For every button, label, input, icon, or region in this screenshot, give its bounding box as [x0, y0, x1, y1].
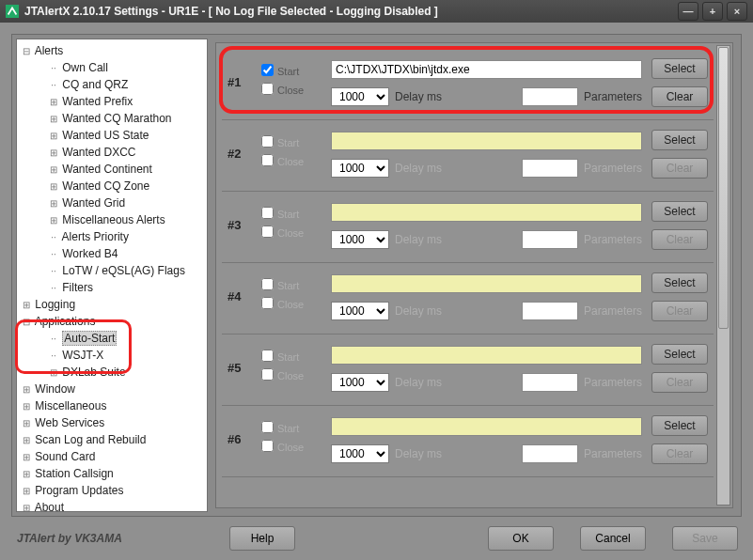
clear-button[interactable]: Clear: [651, 86, 708, 107]
window-title: JTAlertX 2.10.17 Settings - UR1E - [ No …: [24, 5, 438, 18]
tree-item-sound-card[interactable]: ⊞ Sound Card: [17, 448, 207, 465]
path-input[interactable]: [331, 203, 642, 222]
path-input[interactable]: [331, 346, 642, 365]
delay-select[interactable]: 1000: [331, 159, 389, 178]
main-panel: ⊟ Alerts ·· Own Call ·· CQ and QRZ ⊞ Wan…: [11, 34, 742, 517]
scrollbar-thumb[interactable]: [718, 47, 729, 329]
titlebar: JTAlertX 2.10.17 Settings - UR1E - [ No …: [0, 0, 753, 23]
parameters-input[interactable]: [522, 302, 578, 320]
tree-item-miscellaneous-alerts[interactable]: ⊞ Miscellaneous Alerts: [17, 211, 207, 228]
vertical-scrollbar[interactable]: [716, 45, 730, 506]
delay-select[interactable]: 1000: [331, 87, 389, 106]
delay-label: Delay ms: [395, 304, 442, 318]
footer: JTAlert by VK3AMA Help OK Cancel Save: [11, 522, 742, 554]
tree-item-auto-start[interactable]: ·· Auto-Start: [17, 330, 207, 347]
tree-item-alerts-priority[interactable]: ·· Alerts Priority: [17, 228, 207, 245]
autostart-row-5: #5StartClose1000Delay msParametersSelect…: [222, 334, 714, 406]
parameters-input[interactable]: [522, 159, 578, 178]
tree-item-wanted-us-state[interactable]: ⊞ Wanted US State: [17, 127, 207, 144]
tree-item-scan-log-and-rebuild[interactable]: ⊞ Scan Log and Rebuild: [17, 431, 207, 448]
tree-item-worked-b4[interactable]: ·· Worked B4: [17, 245, 207, 262]
tree-item-web-services[interactable]: ⊞ Web Services: [17, 414, 207, 431]
start-checkbox[interactable]: Start: [261, 348, 304, 366]
tree-item-miscellaneous[interactable]: ⊞ Miscellaneous: [17, 397, 207, 414]
tree-item-own-call[interactable]: ·· Own Call: [17, 59, 207, 76]
minimize-button[interactable]: —: [678, 2, 698, 21]
start-checkbox[interactable]: Start: [261, 276, 304, 295]
cancel-button[interactable]: Cancel: [580, 526, 646, 551]
path-input[interactable]: [331, 417, 642, 436]
settings-tree[interactable]: ⊟ Alerts ·· Own Call ·· CQ and QRZ ⊞ Wan…: [16, 39, 208, 512]
autostart-row-1: #1StartClose1000Delay msParametersSelect…: [222, 49, 714, 120]
delay-select[interactable]: 1000: [331, 302, 389, 320]
credit-text: JTAlert by VK3AMA: [17, 532, 122, 545]
help-button[interactable]: Help: [229, 526, 295, 551]
tree-item-about[interactable]: ⊞ About: [17, 499, 207, 512]
start-checkbox[interactable]: Start: [261, 62, 304, 81]
delay-select[interactable]: 1000: [331, 373, 389, 392]
tree-item-logging[interactable]: ⊞ Logging: [17, 296, 207, 313]
save-button[interactable]: Save: [672, 526, 738, 551]
tree-item-alerts[interactable]: ⊟ Alerts: [17, 42, 207, 59]
clear-button[interactable]: Clear: [651, 372, 708, 393]
select-button[interactable]: Select: [651, 272, 708, 293]
delay-label: Delay ms: [395, 376, 442, 389]
close-checkbox[interactable]: Close: [261, 81, 304, 100]
delay-label: Delay ms: [395, 233, 442, 246]
select-button[interactable]: Select: [651, 415, 708, 436]
maximize-button[interactable]: +: [702, 2, 723, 21]
parameters-label: Parameters: [584, 376, 642, 389]
tree-item-wanted-cq-zone[interactable]: ⊞ Wanted CQ Zone: [17, 178, 207, 194]
select-button[interactable]: Select: [651, 130, 708, 150]
delay-select[interactable]: 1000: [331, 230, 389, 249]
autostart-row-3: #3StartClose1000Delay msParametersSelect…: [222, 192, 714, 263]
close-checkbox[interactable]: Close: [261, 295, 304, 314]
tree-item-applications[interactable]: ⊟ Applications: [17, 313, 207, 330]
parameters-input[interactable]: [522, 373, 578, 392]
clear-button[interactable]: Clear: [651, 443, 708, 464]
tree-item-wanted-grid[interactable]: ⊞ Wanted Grid: [17, 194, 207, 211]
parameters-label: Parameters: [584, 447, 642, 460]
path-input[interactable]: [331, 132, 642, 150]
parameters-input[interactable]: [522, 444, 578, 463]
path-input[interactable]: [331, 274, 642, 293]
tree-item-wsjt-x[interactable]: ·· WSJT-X: [17, 347, 207, 364]
clear-button[interactable]: Clear: [651, 229, 708, 250]
start-checkbox[interactable]: Start: [261, 205, 304, 224]
select-button[interactable]: Select: [651, 201, 708, 222]
parameters-label: Parameters: [584, 233, 642, 246]
close-checkbox[interactable]: Close: [261, 224, 304, 242]
clear-button[interactable]: Clear: [651, 158, 708, 179]
tree-item-wanted-continent[interactable]: ⊞ Wanted Continent: [17, 161, 207, 178]
tree-item-filters[interactable]: ·· Filters: [17, 279, 207, 296]
close-checkbox[interactable]: Close: [261, 438, 304, 457]
select-button[interactable]: Select: [651, 344, 708, 365]
close-checkbox[interactable]: Close: [261, 152, 304, 171]
close-checkbox[interactable]: Close: [261, 366, 304, 385]
ok-button[interactable]: OK: [488, 526, 554, 551]
delay-label: Delay ms: [395, 90, 442, 103]
row-number: #4: [227, 289, 241, 303]
tree-item-program-updates[interactable]: ⊞ Program Updates: [17, 482, 207, 499]
clear-button[interactable]: Clear: [651, 301, 708, 321]
tree-item-station-callsign[interactable]: ⊞ Station Callsign: [17, 465, 207, 482]
tree-item-lotw-eqsl-ag-flags[interactable]: ·· LoTW / eQSL(AG) Flags: [17, 262, 207, 279]
tree-item-wanted-cq-marathon[interactable]: ⊞ Wanted CQ Marathon: [17, 110, 207, 127]
tree-item-dxlab-suite[interactable]: ⊞ DXLab Suite: [17, 364, 207, 381]
parameters-input[interactable]: [522, 87, 578, 106]
autostart-row-2: #2StartClose1000Delay msParametersSelect…: [222, 120, 714, 192]
path-input[interactable]: [331, 60, 642, 79]
tree-item-wanted-prefix[interactable]: ⊞ Wanted Prefix: [17, 93, 207, 110]
tree-item-cq-and-qrz[interactable]: ·· CQ and QRZ: [17, 76, 207, 93]
select-button[interactable]: Select: [651, 58, 708, 79]
parameters-input[interactable]: [522, 230, 578, 249]
row-number: #1: [227, 75, 241, 89]
row-number: #5: [227, 361, 241, 375]
start-checkbox[interactable]: Start: [261, 133, 304, 152]
close-window-button[interactable]: ×: [727, 2, 747, 21]
tree-item-wanted-dxcc[interactable]: ⊞ Wanted DXCC: [17, 144, 207, 161]
tree-item-window[interactable]: ⊞ Window: [17, 381, 207, 397]
delay-select[interactable]: 1000: [331, 444, 389, 463]
delay-label: Delay ms: [395, 162, 442, 175]
start-checkbox[interactable]: Start: [261, 419, 304, 438]
